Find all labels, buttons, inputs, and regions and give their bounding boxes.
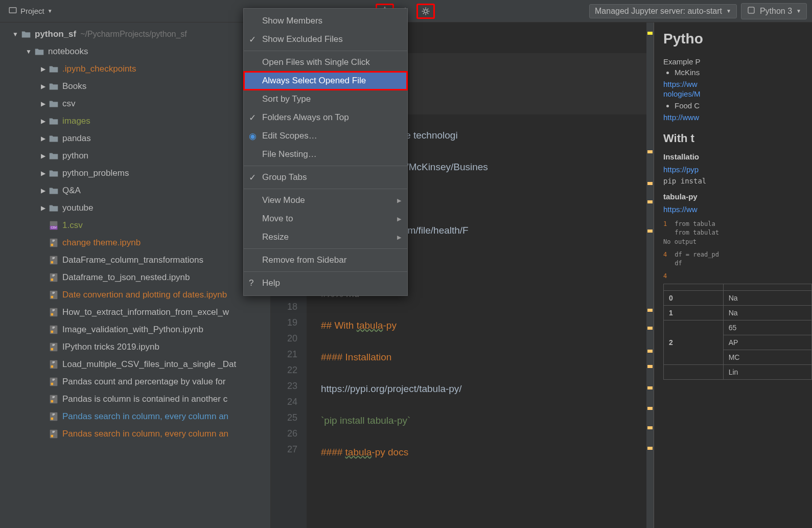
menu-item[interactable]: Remove from Sidebar	[244, 251, 407, 269]
tree-file[interactable]: IPHow_to_extract_information_from_excel_…	[0, 304, 270, 321]
preview-link[interactable]: http://www	[663, 113, 812, 122]
menu-item[interactable]: ?Help	[244, 274, 407, 292]
svg-rect-22	[51, 313, 54, 316]
line-number: 21	[271, 349, 307, 365]
tree-folder[interactable]: ▶python	[0, 147, 270, 165]
tree-file[interactable]: IPPandas search in column, every column …	[0, 408, 270, 425]
menu-item[interactable]: ◉Edit Scopes…	[244, 127, 407, 145]
svg-text:IP: IP	[52, 291, 55, 294]
tree-file[interactable]: IPDate convertion and plotting of dates.…	[0, 286, 270, 304]
chevron-down-icon: ▼	[48, 8, 53, 14]
menu-item[interactable]: Sort by Type	[244, 90, 407, 108]
preview-title: Pytho	[663, 31, 812, 47]
code-line[interactable]: #### tabula-py docs	[307, 444, 654, 460]
chevron-down-icon: ▼	[796, 8, 801, 14]
tree-folder[interactable]: ▶csv	[0, 95, 270, 112]
tree-root[interactable]: ▼python_sf~/PycharmProjects/python_sf	[0, 26, 270, 43]
svg-rect-31	[51, 365, 54, 368]
tree-file[interactable]: IPPandas is column is contained in anoth…	[0, 391, 270, 408]
menu-item[interactable]: ✓Show Excluded Files	[244, 30, 407, 49]
svg-text:IP: IP	[52, 430, 55, 433]
tree-file[interactable]: CSV1.csv	[0, 217, 270, 234]
menu-item[interactable]: Show Members	[244, 12, 407, 30]
tree-folder[interactable]: ▶pandas	[0, 130, 270, 147]
code-line[interactable]	[307, 365, 654, 381]
svg-point-4	[424, 10, 427, 13]
preview-link[interactable]: https://ww	[663, 205, 812, 214]
tree-folder[interactable]: ▶images	[0, 112, 270, 130]
tree-folder[interactable]: ▶Q&A	[0, 182, 270, 199]
line-number: 25	[271, 412, 307, 428]
project-view-label: Project	[20, 7, 44, 15]
svg-rect-37	[51, 400, 54, 403]
menu-item[interactable]: Resize▶	[244, 228, 407, 246]
svg-rect-0	[9, 8, 16, 13]
svg-text:IP: IP	[52, 396, 55, 399]
markdown-preview: Pytho Example P McKins https://ww nologi…	[654, 22, 812, 528]
menu-item[interactable]: Open Files with Single Click	[244, 53, 407, 72]
svg-text:IP: IP	[52, 309, 55, 312]
code-line[interactable]	[307, 428, 654, 444]
menu-item[interactable]: Move to▶	[244, 210, 407, 228]
tree-file[interactable]: IPImage_validation_with_Python.ipynb	[0, 321, 270, 338]
svg-rect-28	[51, 348, 54, 351]
preview-link[interactable]: nologies/M	[663, 89, 812, 98]
svg-text:IP: IP	[52, 239, 55, 242]
line-number: 23	[271, 381, 307, 397]
python-icon	[747, 6, 756, 17]
code-line[interactable]	[307, 397, 654, 412]
code-line[interactable]	[307, 302, 654, 317]
interpreter-dropdown[interactable]: Python 3 ▼	[741, 3, 807, 19]
tree-file[interactable]: IPIPython tricks 2019.ipynb	[0, 338, 270, 356]
svg-rect-16	[51, 279, 54, 281]
line-number: 20	[271, 333, 307, 349]
svg-rect-19	[51, 296, 54, 299]
menu-item[interactable]: ✓Folders Always on Top	[244, 108, 407, 127]
tree-file[interactable]: IPPandas search in column, every column …	[0, 425, 270, 443]
code-line[interactable]: #### Installation	[307, 349, 654, 365]
svg-text:IP: IP	[52, 413, 55, 416]
svg-text:IP: IP	[52, 326, 55, 329]
code-line[interactable]: `pip install tabula-py`	[307, 412, 654, 428]
tool-window-options-button[interactable]	[416, 4, 435, 19]
svg-text:CSV: CSV	[51, 226, 57, 229]
tree-folder-notebooks[interactable]: ▼notebooks	[0, 43, 270, 60]
chevron-down-icon: ▼	[726, 8, 731, 14]
svg-rect-34	[51, 383, 54, 385]
tree-file[interactable]: IPchange theme.ipynb	[0, 234, 270, 251]
project-view-dropdown[interactable]: Project ▼	[5, 5, 56, 17]
tree-file[interactable]: IPDataFrame_column_transformations	[0, 251, 270, 269]
svg-text:IP: IP	[52, 378, 55, 381]
menu-item[interactable]: File Nesting…	[244, 145, 407, 164]
tree-file[interactable]: IPDataframe_to_json_nested.ipynb	[0, 269, 270, 286]
code-line[interactable]: ## With tabula-py	[307, 317, 654, 333]
tree-folder[interactable]: ▶python_problems	[0, 165, 270, 182]
svg-text:IP: IP	[52, 274, 55, 277]
svg-text:IP: IP	[52, 343, 55, 347]
tree-folder[interactable]: ▶.ipynb_checkpoints	[0, 60, 270, 78]
editor-error-stripe[interactable]	[646, 22, 654, 528]
menu-item[interactable]: View Mode▶	[244, 191, 407, 210]
project-view-icon	[8, 6, 17, 16]
tree-folder[interactable]: ▶youtube	[0, 199, 270, 217]
line-number: 26	[271, 428, 307, 444]
line-number: 27	[271, 444, 307, 460]
preview-link[interactable]: https://pyp	[663, 165, 812, 174]
tree-file[interactable]: IPLoad_multiple_CSV_files_into_a_single …	[0, 356, 270, 373]
project-options-menu: Show Members✓Show Excluded FilesOpen Fil…	[243, 8, 408, 296]
line-number: 22	[271, 365, 307, 381]
svg-rect-10	[51, 244, 54, 246]
tree-file[interactable]: IPPandas count and percentage by value f…	[0, 373, 270, 391]
code-line[interactable]	[307, 333, 654, 349]
project-sidebar: ▼python_sf~/PycharmProjects/python_sf▼no…	[0, 22, 271, 528]
menu-item[interactable]: ✓Group Tabs	[244, 168, 407, 187]
line-number: 18	[271, 302, 307, 317]
code-line[interactable]: https://pypi.org/project/tabula-py/	[307, 381, 654, 397]
line-number: 19	[271, 317, 307, 333]
preview-link[interactable]: https://ww	[663, 80, 812, 88]
svg-text:IP: IP	[52, 361, 55, 364]
menu-item[interactable]: Always Select Opened File	[244, 72, 407, 90]
preview-dataframe-table: 0Na 1Na 265 AP MC Lin	[663, 284, 812, 380]
tree-folder[interactable]: ▶Books	[0, 78, 270, 95]
jupyter-server-dropdown[interactable]: Managed Jupyter server: auto-start ▼	[589, 4, 737, 18]
